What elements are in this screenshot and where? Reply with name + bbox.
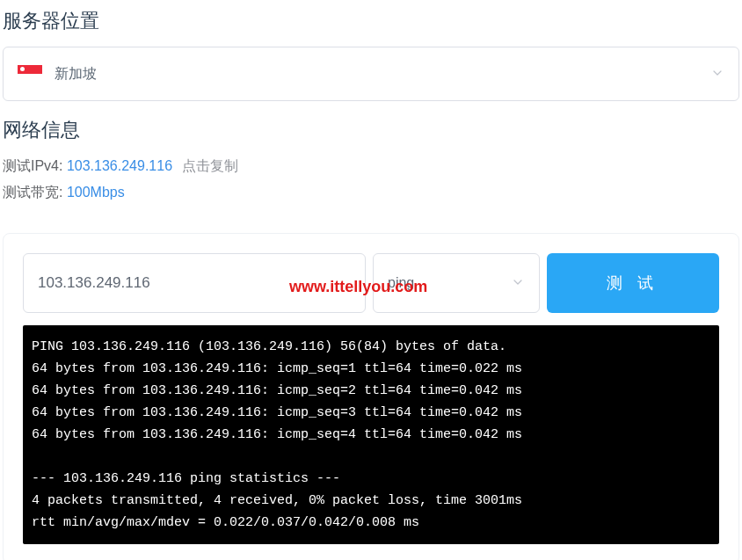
ip-input[interactable] [23,253,366,313]
terminal-output: PING 103.136.249.116 (103.136.249.116) 5… [23,325,719,544]
ipv4-label: 测试IPv4: [3,158,62,173]
server-location-value: 新加坡 [55,65,97,84]
bandwidth-row: 测试带宽: 100Mbps [3,182,739,203]
method-select[interactable]: ping [373,253,540,313]
chevron-down-icon [712,68,723,81]
chevron-down-icon [513,277,523,290]
server-location-select[interactable]: 新加坡 [3,47,739,101]
network-info-title: 网络信息 [3,117,739,143]
ipv4-row: 测试IPv4: 103.136.249.116 点击复制 [3,156,739,177]
ipv4-value[interactable]: 103.136.249.116 [67,158,172,173]
test-button[interactable]: 测 试 [547,253,719,313]
test-panel: ping 测 试 PING 103.136.249.116 (103.136.2… [3,233,739,560]
bandwidth-label: 测试带宽: [3,185,62,200]
copy-hint[interactable]: 点击复制 [182,158,238,173]
server-location-title: 服务器位置 [3,8,739,34]
bandwidth-value: 100Mbps [67,185,125,200]
method-select-value: ping [388,275,414,291]
flag-singapore-icon [18,65,42,83]
